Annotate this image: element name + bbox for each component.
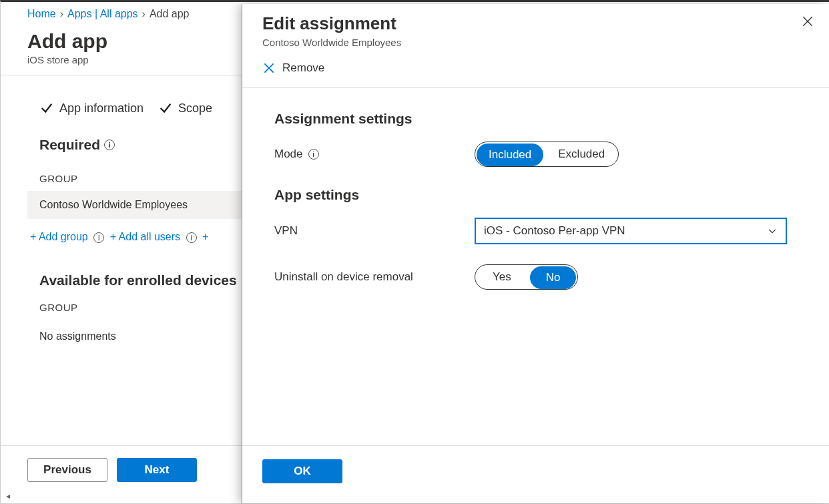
group-column-header-2: GROUP xyxy=(27,288,242,320)
mode-included-option[interactable]: Included xyxy=(477,144,543,166)
close-icon xyxy=(801,15,814,28)
group-column-header: GROUP xyxy=(27,160,242,191)
panel-title: Edit assignment xyxy=(262,13,809,34)
mode-excluded-option[interactable]: Excluded xyxy=(545,142,618,166)
app-settings-heading: App settings xyxy=(274,187,797,203)
mode-label: Mode xyxy=(274,148,303,161)
wizard-footer: Previous Next xyxy=(1,445,242,503)
edit-assignment-panel: Edit assignment Contoso Worldwide Employ… xyxy=(242,4,829,503)
scroll-left-icon[interactable]: ◂ xyxy=(3,491,13,501)
ok-button[interactable]: OK xyxy=(262,459,342,483)
close-button[interactable] xyxy=(801,15,814,30)
mode-toggle: Included Excluded xyxy=(475,142,619,167)
step-label: Scope xyxy=(178,101,212,115)
chevron-down-icon xyxy=(767,226,778,236)
info-icon[interactable]: i xyxy=(93,232,104,243)
plus-icon: + xyxy=(30,231,39,242)
add-all-users-link[interactable]: Add all users xyxy=(119,231,181,242)
next-button[interactable]: Next xyxy=(117,458,197,482)
step-app-information[interactable]: App information xyxy=(39,101,144,115)
vpn-dropdown-value: iOS - Contoso Per-app VPN xyxy=(484,224,625,238)
info-icon[interactable]: i xyxy=(104,140,115,150)
available-heading: Available for enrolled devices xyxy=(39,272,242,288)
info-icon[interactable]: i xyxy=(186,232,197,243)
chevron-right-icon: › xyxy=(60,8,63,20)
check-icon xyxy=(39,101,54,115)
required-heading: Required xyxy=(39,137,100,153)
close-icon xyxy=(262,61,276,75)
info-icon[interactable]: i xyxy=(308,149,319,160)
step-scope[interactable]: Scope xyxy=(158,101,212,115)
uninstall-label: Uninstall on device removal xyxy=(274,270,413,284)
previous-button[interactable]: Previous xyxy=(27,458,107,482)
breadcrumb-apps[interactable]: Apps | All apps xyxy=(67,8,138,20)
uninstall-no-option[interactable]: No xyxy=(530,266,577,289)
breadcrumb-home[interactable]: Home xyxy=(27,8,56,20)
assignment-settings-heading: Assignment settings xyxy=(274,111,797,127)
group-row-contoso[interactable]: Contoso Worldwide Employees xyxy=(27,191,242,219)
breadcrumb-current: Add app xyxy=(150,8,190,20)
step-label: App information xyxy=(59,101,144,115)
overflow-link[interactable]: + xyxy=(202,231,208,242)
uninstall-toggle: Yes No xyxy=(475,264,578,290)
vpn-dropdown[interactable]: iOS - Contoso Per-app VPN xyxy=(475,218,787,244)
no-assignments-text: No assignments xyxy=(27,322,242,350)
check-icon xyxy=(158,101,173,115)
remove-button[interactable]: Remove xyxy=(262,61,324,75)
uninstall-yes-option[interactable]: Yes xyxy=(475,265,529,289)
panel-subtitle: Contoso Worldwide Employees xyxy=(262,37,809,48)
vpn-label: VPN xyxy=(274,224,298,238)
remove-label: Remove xyxy=(282,61,324,75)
plus-icon: + xyxy=(110,231,119,242)
add-group-link[interactable]: Add group xyxy=(39,231,88,242)
viewport-frame: Home › Apps | All apps › Add app Add app… xyxy=(0,0,829,504)
chevron-right-icon: › xyxy=(142,8,146,20)
